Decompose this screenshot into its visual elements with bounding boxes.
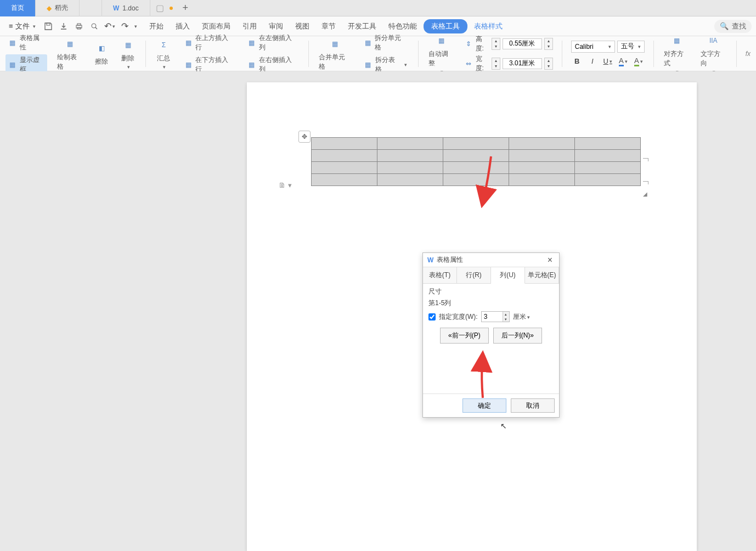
insert-col-left[interactable]: ▦在左侧插入列 — [245, 32, 300, 53]
qat-more-icon[interactable]: ▾ — [134, 24, 137, 29]
height-icon: ⇕ — [464, 39, 473, 49]
formula-button[interactable]: fx — [743, 49, 753, 59]
chevron-down-icon: ▾ — [33, 24, 36, 29]
tab-status: ▢ — [156, 3, 173, 13]
menu-table-style[interactable]: 表格样式 — [469, 18, 508, 35]
italic-button[interactable]: I — [586, 56, 599, 67]
svg-rect-2 — [77, 24, 81, 25]
insert-col-right[interactable]: ▦在右侧插入列 — [245, 54, 300, 72]
split-cells-button[interactable]: ▦拆分单元格 — [361, 32, 409, 53]
file-menu[interactable]: ≡ 文件 ▾ — [4, 19, 40, 33]
ribbon: ▦表格属性 ▦显示虚框 ▦绘制表格 ◧擦除 ▦删除▾ Σ汇总▾ ▦在上方插入行 … — [0, 36, 756, 71]
text-dir-icon: IIA — [706, 33, 721, 48]
col-left-icon: ▦ — [247, 38, 257, 48]
split-table-icon: ▦ — [363, 60, 373, 70]
merge-cells-button[interactable]: ▦合并单元格 — [315, 34, 354, 72]
delete-button[interactable]: ▦删除▾ — [117, 35, 139, 71]
search-icon: 🔍 — [720, 22, 729, 30]
menu-chapter[interactable]: 章节 — [316, 18, 341, 35]
save-icon[interactable] — [41, 19, 55, 33]
merge-icon: ▦ — [327, 36, 342, 52]
col-width-input[interactable]: ⇔ 宽度: ▴▾ ▴▾ — [464, 54, 553, 72]
font-color-button[interactable]: A▾ — [617, 56, 629, 67]
insert-row-below[interactable]: ▦在下方插入行 — [181, 54, 236, 72]
insert-row-above[interactable]: ▦在上方插入行 — [181, 32, 236, 53]
font-size-select[interactable]: 五号▾ — [617, 41, 645, 53]
show-vframe-button[interactable]: ▦显示虚框 — [5, 54, 47, 72]
frame-icon: ▦ — [8, 60, 18, 70]
undo-icon[interactable]: ↶▾ — [103, 19, 117, 33]
highlight-button[interactable]: A▾ — [633, 56, 645, 67]
align-icon: ▦ — [669, 33, 684, 48]
monitor-icon: ▢ — [156, 3, 164, 13]
summary-button[interactable]: Σ汇总▾ — [153, 35, 174, 71]
tab-add-button[interactable]: + — [177, 0, 194, 16]
svg-point-4 — [92, 24, 96, 28]
pencil-grid-icon: ▦ — [63, 36, 78, 52]
grid-icon: ▦ — [8, 38, 18, 48]
table-props-button[interactable]: ▦表格属性 — [5, 32, 47, 53]
export-icon[interactable] — [57, 19, 71, 33]
preview-icon[interactable] — [87, 19, 101, 33]
row-above-icon: ▦ — [183, 38, 193, 48]
erase-button[interactable]: ◧擦除 — [91, 38, 112, 69]
sum-icon: Σ — [156, 37, 171, 53]
width-icon: ⇔ — [464, 59, 473, 69]
tab-daoke[interactable]: ◆ 稻壳 — [36, 0, 80, 16]
row-height-input[interactable]: ⇕ 高度: ▴▾ ▴▾ — [464, 35, 553, 53]
menu-start[interactable]: 开始 — [144, 18, 169, 35]
unsaved-dot-icon — [170, 7, 173, 10]
tab-bar: 首页 ◆ 稻壳 W 1.doc ▢ + — [0, 0, 756, 16]
split-table-button[interactable]: ▦拆分表格▾ — [361, 54, 409, 72]
split-cell-icon: ▦ — [363, 38, 373, 48]
align-button[interactable]: ▦对齐方式▾ — [661, 31, 693, 72]
bold-button[interactable]: B — [571, 56, 583, 67]
auto-adjust-button[interactable]: ▦自动调整▾ — [425, 31, 458, 72]
delete-grid-icon: ▦ — [120, 37, 136, 53]
tab-doc[interactable]: W 1.doc — [101, 0, 150, 16]
print-icon[interactable] — [72, 19, 86, 33]
underline-button[interactable]: U▾ — [602, 56, 614, 67]
col-right-icon: ▦ — [247, 60, 257, 70]
draw-table-button[interactable]: ▦绘制表格 — [54, 34, 86, 72]
row-below-icon: ▦ — [183, 60, 193, 70]
auto-fit-icon: ▦ — [433, 33, 449, 48]
redo-icon[interactable]: ↷ — [118, 19, 132, 33]
word-icon: W — [113, 4, 119, 12]
tab-home[interactable]: 首页 — [0, 0, 36, 16]
text-dir-button[interactable]: IIA文字方向▾ — [697, 31, 730, 72]
eraser-icon: ◧ — [94, 41, 109, 56]
fire-icon: ◆ — [47, 4, 52, 12]
hamburger-icon: ≡ — [9, 22, 13, 30]
font-family-select[interactable]: Calibri▾ — [571, 41, 615, 53]
